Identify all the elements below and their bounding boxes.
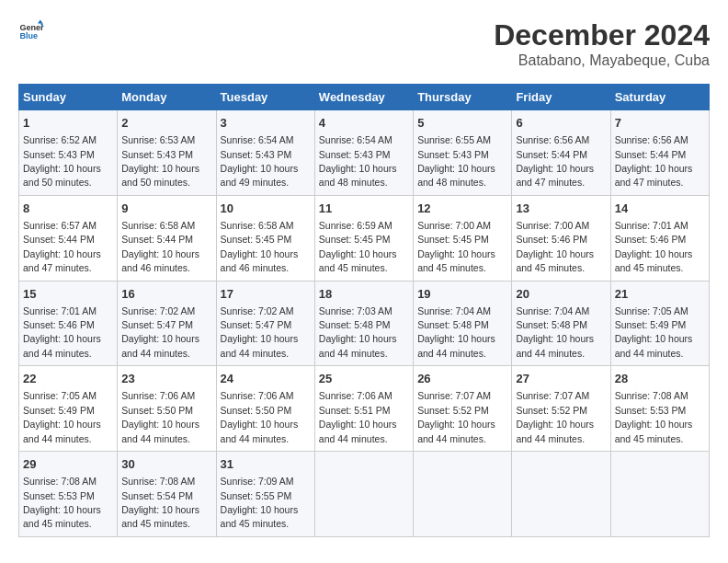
- sunset-time: Sunset: 5:44 PM: [615, 149, 687, 160]
- sunset-time: Sunset: 5:43 PM: [221, 149, 292, 160]
- calendar-cell: 25 Sunrise: 7:06 AM Sunset: 5:51 PM Dayl…: [314, 366, 413, 452]
- sunset-time: Sunset: 5:54 PM: [121, 490, 193, 501]
- svg-text:General: General: [19, 23, 44, 32]
- calendar-cell: [512, 452, 610, 537]
- sunrise-time: Sunrise: 6:54 AM: [221, 134, 294, 145]
- daylight-label: Daylight: 10 hours and 44 minutes.: [221, 333, 299, 358]
- calendar-cell: 12 Sunrise: 7:00 AM Sunset: 5:45 PM Dayl…: [414, 195, 512, 281]
- sunrise-time: Sunrise: 7:08 AM: [23, 476, 97, 487]
- daylight-label: Daylight: 10 hours and 44 minutes.: [319, 419, 397, 443]
- calendar-cell: [314, 452, 413, 537]
- calendar-cell: 30 Sunrise: 7:08 AM Sunset: 5:54 PM Dayl…: [118, 452, 216, 537]
- daylight-label: Daylight: 10 hours and 48 minutes.: [319, 163, 397, 188]
- sunrise-time: Sunrise: 6:54 AM: [319, 134, 392, 145]
- day-number: 25: [319, 371, 409, 387]
- header-tuesday: Tuesday: [216, 85, 314, 110]
- daylight-label: Daylight: 10 hours and 45 minutes.: [417, 248, 495, 273]
- sunrise-time: Sunrise: 7:04 AM: [516, 305, 589, 316]
- daylight-label: Daylight: 10 hours and 44 minutes.: [417, 419, 495, 443]
- daylight-label: Daylight: 10 hours and 44 minutes.: [417, 333, 495, 358]
- calendar-cell: 28 Sunrise: 7:08 AM Sunset: 5:53 PM Dayl…: [610, 366, 709, 452]
- sunrise-time: Sunrise: 7:05 AM: [615, 305, 688, 316]
- calendar-cell: [610, 452, 709, 537]
- daylight-label: Daylight: 10 hours and 47 minutes.: [516, 163, 594, 188]
- calendar-week-row: 15 Sunrise: 7:01 AM Sunset: 5:46 PM Dayl…: [19, 281, 710, 366]
- day-number: 1: [23, 115, 113, 132]
- daylight-label: Daylight: 10 hours and 44 minutes.: [23, 419, 101, 443]
- daylight-label: Daylight: 10 hours and 44 minutes.: [615, 333, 693, 358]
- day-number: 23: [121, 371, 211, 387]
- daylight-label: Daylight: 10 hours and 47 minutes.: [615, 163, 693, 188]
- sunset-time: Sunset: 5:48 PM: [319, 319, 391, 330]
- calendar-cell: 21 Sunrise: 7:05 AM Sunset: 5:49 PM Dayl…: [610, 281, 709, 366]
- sunset-time: Sunset: 5:49 PM: [615, 319, 687, 330]
- daylight-label: Daylight: 10 hours and 47 minutes.: [23, 248, 101, 273]
- daylight-label: Daylight: 10 hours and 44 minutes.: [516, 419, 594, 443]
- day-number: 17: [221, 286, 311, 303]
- daylight-label: Daylight: 10 hours and 45 minutes.: [319, 248, 397, 273]
- sunrise-time: Sunrise: 7:09 AM: [221, 476, 294, 487]
- day-number: 10: [221, 201, 311, 217]
- sunset-time: Sunset: 5:45 PM: [319, 234, 391, 245]
- sunrise-time: Sunrise: 7:00 AM: [516, 220, 589, 231]
- calendar-table: Sunday Monday Tuesday Wednesday Thursday…: [18, 84, 710, 537]
- calendar-cell: [414, 452, 512, 537]
- calendar-cell: 1 Sunrise: 6:52 AM Sunset: 5:43 PM Dayli…: [19, 110, 118, 196]
- day-number: 22: [23, 371, 113, 387]
- daylight-label: Daylight: 10 hours and 48 minutes.: [417, 163, 495, 188]
- calendar-cell: 4 Sunrise: 6:54 AM Sunset: 5:43 PM Dayli…: [314, 110, 413, 196]
- calendar-cell: 14 Sunrise: 7:01 AM Sunset: 5:46 PM Dayl…: [610, 195, 709, 281]
- sunset-time: Sunset: 5:46 PM: [615, 234, 687, 245]
- sunset-time: Sunset: 5:44 PM: [516, 149, 587, 160]
- sunset-time: Sunset: 5:44 PM: [121, 234, 193, 245]
- logo: General Blue: [18, 18, 44, 44]
- sunrise-time: Sunrise: 7:01 AM: [23, 305, 97, 316]
- day-number: 3: [221, 115, 311, 132]
- daylight-label: Daylight: 10 hours and 44 minutes.: [121, 333, 199, 358]
- header-row: Sunday Monday Tuesday Wednesday Thursday…: [19, 85, 710, 110]
- daylight-label: Daylight: 10 hours and 44 minutes.: [516, 333, 594, 358]
- sunrise-time: Sunrise: 6:53 AM: [121, 134, 195, 145]
- sunset-time: Sunset: 5:47 PM: [121, 319, 193, 330]
- header-thursday: Thursday: [414, 85, 512, 110]
- calendar-cell: 24 Sunrise: 7:06 AM Sunset: 5:50 PM Dayl…: [216, 366, 314, 452]
- sunset-time: Sunset: 5:45 PM: [417, 234, 489, 245]
- sunset-time: Sunset: 5:52 PM: [417, 405, 489, 416]
- daylight-label: Daylight: 10 hours and 46 minutes.: [121, 248, 199, 273]
- daylight-label: Daylight: 10 hours and 45 minutes.: [221, 504, 299, 529]
- sunset-time: Sunset: 5:48 PM: [516, 319, 587, 330]
- sunset-time: Sunset: 5:49 PM: [23, 405, 95, 416]
- header-sunday: Sunday: [19, 85, 118, 110]
- sunrise-time: Sunrise: 7:06 AM: [319, 390, 392, 401]
- calendar-cell: 20 Sunrise: 7:04 AM Sunset: 5:48 PM Dayl…: [512, 281, 610, 366]
- sunrise-time: Sunrise: 7:03 AM: [319, 305, 392, 316]
- page-subtitle: Batabano, Mayabeque, Cuba: [494, 52, 710, 69]
- calendar-cell: 27 Sunrise: 7:07 AM Sunset: 5:52 PM Dayl…: [512, 366, 610, 452]
- sunrise-time: Sunrise: 6:58 AM: [121, 220, 195, 231]
- day-number: 16: [121, 286, 211, 303]
- daylight-label: Daylight: 10 hours and 45 minutes.: [23, 504, 101, 529]
- daylight-label: Daylight: 10 hours and 45 minutes.: [615, 248, 693, 273]
- daylight-label: Daylight: 10 hours and 50 minutes.: [121, 163, 199, 188]
- day-number: 8: [23, 201, 113, 217]
- calendar-week-row: 8 Sunrise: 6:57 AM Sunset: 5:44 PM Dayli…: [19, 195, 710, 281]
- sunrise-time: Sunrise: 7:07 AM: [417, 390, 491, 401]
- calendar-cell: 6 Sunrise: 6:56 AM Sunset: 5:44 PM Dayli…: [512, 110, 610, 196]
- calendar-cell: 15 Sunrise: 7:01 AM Sunset: 5:46 PM Dayl…: [19, 281, 118, 366]
- svg-text:Blue: Blue: [19, 31, 38, 40]
- calendar-cell: 9 Sunrise: 6:58 AM Sunset: 5:44 PM Dayli…: [118, 195, 216, 281]
- sunrise-time: Sunrise: 6:52 AM: [23, 134, 97, 145]
- calendar-week-row: 22 Sunrise: 7:05 AM Sunset: 5:49 PM Dayl…: [19, 366, 710, 452]
- day-number: 19: [417, 286, 507, 303]
- day-number: 11: [319, 201, 409, 217]
- sunrise-time: Sunrise: 6:59 AM: [319, 220, 392, 231]
- sunrise-time: Sunrise: 7:07 AM: [516, 390, 589, 401]
- daylight-label: Daylight: 10 hours and 44 minutes.: [221, 419, 299, 443]
- title-block: December 2024 Batabano, Mayabeque, Cuba: [494, 18, 710, 69]
- day-number: 2: [121, 115, 211, 132]
- sunset-time: Sunset: 5:45 PM: [221, 234, 292, 245]
- header-friday: Friday: [512, 85, 610, 110]
- sunset-time: Sunset: 5:43 PM: [417, 149, 489, 160]
- calendar-cell: 26 Sunrise: 7:07 AM Sunset: 5:52 PM Dayl…: [414, 366, 512, 452]
- day-number: 21: [615, 286, 705, 303]
